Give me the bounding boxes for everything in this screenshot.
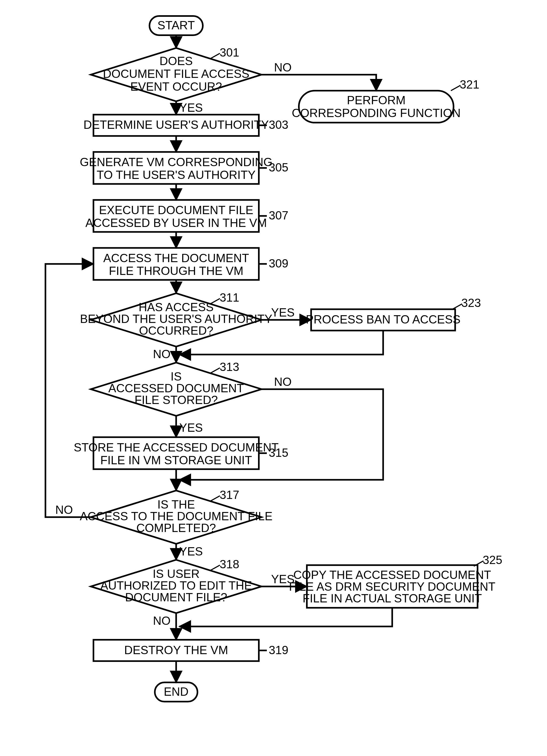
edge-label-no: NO xyxy=(153,347,170,361)
decision-317: IS THE ACCESS TO THE DOCUMENT FILE COMPL… xyxy=(80,490,272,544)
text: PERFORM xyxy=(347,94,406,107)
process-321: PERFORM CORRESPONDING FUNCTION xyxy=(292,91,461,123)
text: EXECUTE DOCUMENT FILE xyxy=(99,203,253,217)
ref-313: 313 xyxy=(219,360,239,373)
ref-325: 325 xyxy=(483,553,502,566)
text: ACCESS TO THE DOCUMENT FILE xyxy=(80,510,272,523)
process-305: GENERATE VM CORRESPONDING TO THE USER'S … xyxy=(80,152,272,184)
svg-line-2 xyxy=(210,53,220,59)
ref-303: 303 xyxy=(269,118,288,131)
ref-323: 323 xyxy=(461,296,481,309)
ref-305: 305 xyxy=(269,161,288,174)
text: DOCUMENT FILE? xyxy=(125,591,227,604)
process-309: ACCESS THE DOCUMENT FILE THROUGH THE VM xyxy=(93,248,259,280)
process-307: EXECUTE DOCUMENT FILE ACCESSED BY USER I… xyxy=(85,200,267,232)
svg-line-24 xyxy=(210,565,220,570)
text: BEYOND THE USER'S AUTHORITY xyxy=(80,312,272,325)
text: GENERATE VM CORRESPONDING xyxy=(80,155,272,169)
end-label: END xyxy=(164,685,189,698)
process-319: DESTROY THE VM xyxy=(93,640,259,661)
edge-label-no: NO xyxy=(274,375,292,388)
ref-315: 315 xyxy=(269,446,288,459)
text: DETERMINE USER'S AUTHORITY xyxy=(83,118,269,131)
text: IS THE xyxy=(157,498,195,511)
svg-line-22 xyxy=(210,496,220,501)
text: COPY THE ACCESSED DOCUMENT xyxy=(293,568,491,581)
process-325: COPY THE ACCESSED DOCUMENT FILE AS DRM S… xyxy=(289,565,496,608)
svg-line-4 xyxy=(451,85,461,91)
process-303: DETERMINE USER'S AUTHORITY xyxy=(83,115,269,136)
ref-311: 311 xyxy=(219,291,239,304)
end-node: END xyxy=(155,682,197,702)
edge-label-no: NO xyxy=(55,503,73,516)
ref-317: 317 xyxy=(219,488,239,501)
edge-label-no: NO xyxy=(153,614,170,627)
text: COMPLETED? xyxy=(136,521,216,534)
process-323: PROCESS BAN TO ACCESS xyxy=(306,309,461,331)
text: DESTROY THE VM xyxy=(124,643,228,657)
svg-line-18 xyxy=(210,368,220,373)
start-label: START xyxy=(157,19,195,32)
text: OCCURRED? xyxy=(139,324,213,337)
text: CORRESPONDING FUNCTION xyxy=(292,106,461,119)
text: STORE THE ACCESSED DOCUMENT xyxy=(74,441,279,454)
text: IS USER xyxy=(153,567,199,580)
text: FILE IN ACTUAL STORAGE UNIT xyxy=(303,592,482,605)
ref-309: 309 xyxy=(269,257,288,270)
edge-label-yes: YES xyxy=(271,573,295,586)
edge-label-yes: YES xyxy=(179,545,203,558)
ref-318: 318 xyxy=(219,558,239,571)
edge-label-no: NO xyxy=(274,61,292,74)
start-node: START xyxy=(149,16,203,35)
text: PROCESS BAN TO ACCESS xyxy=(306,313,461,326)
text: ACCESS THE DOCUMENT xyxy=(103,251,249,265)
flowchart: START DOES DOCUMENT FILE ACCESS EVENT OC… xyxy=(0,0,547,756)
text: IS xyxy=(170,370,182,383)
text: DOCUMENT FILE ACCESS xyxy=(103,67,249,80)
ref-321: 321 xyxy=(460,78,479,91)
text: TO THE USER'S AUTHORITY xyxy=(97,168,255,181)
text: EVENT OCCUR? xyxy=(130,80,222,93)
decision-311: HAS ACCESS BEYOND THE USER'S AUTHORITY O… xyxy=(80,293,272,347)
svg-line-16 xyxy=(453,304,462,309)
edge-label-yes: YES xyxy=(179,101,203,114)
text: HAS ACCESS xyxy=(139,301,214,314)
process-315: STORE THE ACCESSED DOCUMENT FILE IN VM S… xyxy=(74,437,279,469)
ref-319: 319 xyxy=(269,643,288,657)
svg-line-26 xyxy=(474,561,484,566)
ref-301: 301 xyxy=(219,46,239,59)
edge-label-yes: YES xyxy=(179,421,203,434)
text: DOES xyxy=(159,54,193,67)
text: FILE THROUGH THE VM xyxy=(109,264,243,277)
text: ACCESSED DOCUMENT xyxy=(108,382,244,395)
text: FILE AS DRM SECURITY DOCUMENT xyxy=(289,580,496,593)
ref-307: 307 xyxy=(269,209,288,222)
text: FILE STORED? xyxy=(134,393,218,406)
text: FILE IN VM STORAGE UNIT xyxy=(100,454,252,467)
text: AUTHORIZED TO EDIT THE xyxy=(100,579,252,592)
edge-label-yes: YES xyxy=(271,306,295,319)
text: ACCESSED BY USER IN THE VM xyxy=(85,216,267,229)
